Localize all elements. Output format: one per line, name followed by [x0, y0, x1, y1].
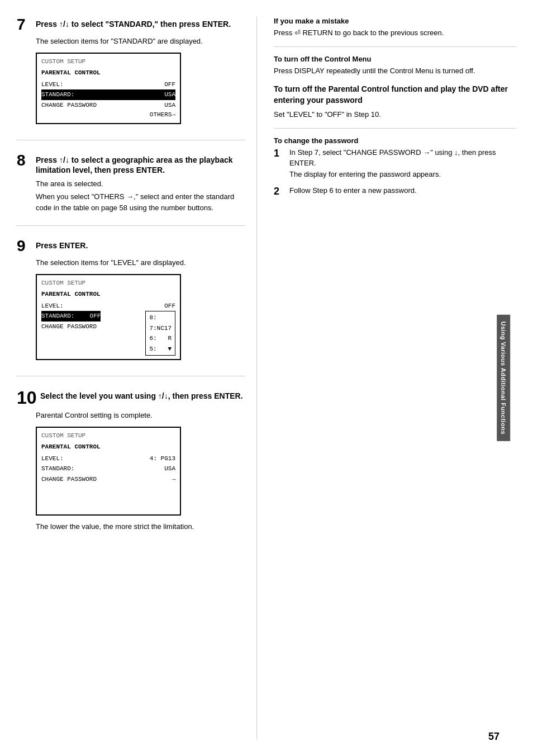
- step-7-block: 7 Press ↑/↓ to select "STANDARD," then p…: [17, 17, 245, 140]
- step-7-screen: CUSTOM SETUP PARENTAL CONTROL LEVEL: OFF…: [36, 53, 181, 124]
- step-8-block: 8 Press ↑/↓ to select a geographic area …: [17, 153, 245, 226]
- step-8-title: Press ↑/↓ to select a geographic area as…: [36, 155, 245, 175]
- step-10-screen-spacer: [41, 484, 175, 511]
- step-8-body: The area is selected. When you select "O…: [36, 178, 245, 214]
- step-7-others: OTHERS→: [41, 110, 175, 120]
- step-9-header: 9 Press ENTER.: [17, 238, 245, 254]
- step-9-row-1: STANDARD: OFF: [41, 311, 101, 322]
- step-10-screen-section: CUSTOM SETUP: [41, 431, 175, 441]
- step-10-screen-label: PARENTAL CONTROL: [41, 442, 175, 452]
- step-10-row-1: STANDARD: USA: [41, 464, 175, 474]
- step-7-others-text: OTHERS→: [150, 110, 175, 120]
- section-turn-off-control-body: Press DISPLAY repeatedly until the Contr…: [274, 65, 516, 77]
- step-10-row-0-left: LEVEL:: [41, 454, 64, 464]
- step-9-submenu-label-3: 5:: [149, 344, 156, 354]
- step-9-submenu-label-2: 6:: [149, 334, 156, 343]
- sub-step-1-number: 1: [274, 147, 286, 160]
- step-10-footer: The lower the value, the more strict the…: [36, 521, 245, 532]
- step-9-row-0-left: LEVEL:: [41, 301, 64, 311]
- sub-step-1: 1 In Step 7, select "CHANGE PASSWORD →" …: [274, 147, 516, 180]
- step-7-row-0-left: LEVEL:: [41, 80, 64, 89]
- step-9-submenu-value-3: ▼: [168, 344, 172, 354]
- step-9-submenu-label-0: 8:: [149, 313, 156, 323]
- step-9-screen-label: PARENTAL CONTROL: [41, 290, 175, 299]
- step-7-row-2: CHANGE PASSWORD USA: [41, 100, 175, 111]
- section-change-password: To change the password 1 In Step 7, sele…: [274, 136, 516, 199]
- divider-1: [274, 46, 516, 47]
- step-10-body: Parental Control setting is complete. CU…: [36, 410, 245, 532]
- step-9-row-0: LEVEL: OFF: [41, 301, 175, 311]
- section-turn-off-control-title: To turn off the Control Menu: [274, 55, 516, 63]
- step-8-header: 8 Press ↑/↓ to select a geographic area …: [17, 153, 245, 175]
- step-10-row-2-left: CHANGE PASSWORD: [41, 475, 97, 484]
- step-9-number: 9: [17, 238, 32, 254]
- section-turn-off-parental-title: To turn off the Parental Control functio…: [274, 84, 516, 106]
- step-10-header: 10 Select the level you want using ↑/↓, …: [17, 389, 245, 407]
- step-9-row-2-left: CHANGE PASSWORD: [41, 322, 97, 332]
- step-9-submenu-label-1: 7:: [149, 324, 156, 333]
- step-9-submenu-row-2: 6: R: [149, 333, 172, 344]
- step-7-row-1-right: USA: [164, 90, 175, 100]
- step-9-screen-section: CUSTOM SETUP: [41, 278, 175, 288]
- step-7-number: 7: [17, 17, 32, 32]
- section-if-mistake-title: If you make a mistake: [274, 17, 516, 25]
- section-turn-off-control: To turn off the Control Menu Press DISPL…: [274, 55, 516, 77]
- step-10-row-0: LEVEL: 4: PG13: [41, 453, 175, 464]
- step-10-title: Select the level you want using ↑/↓, the…: [40, 391, 243, 401]
- step-9-submenu: 8: 7: NC17 6: R: [145, 311, 175, 356]
- side-tab: Using Various Additional Functions: [497, 315, 510, 441]
- step-9-row-0-right: OFF: [164, 301, 175, 311]
- sub-step-2-number: 2: [274, 185, 286, 198]
- step-7-row-1: STANDARD: USA: [41, 89, 175, 100]
- sub-step-2: 2 Follow Step 6 to enter a new password.: [274, 185, 516, 198]
- step-10-row-1-left: STANDARD:: [41, 464, 74, 474]
- step-9-row-group: STANDARD: OFF CHANGE PASSWORD 8:: [41, 311, 175, 356]
- step-10-block: 10 Select the level you want using ↑/↓, …: [17, 389, 245, 545]
- step-10-row-0-right: 4: PG13: [150, 454, 175, 464]
- step-9-screen: CUSTOM SETUP PARENTAL CONTROL LEVEL: OFF…: [36, 274, 181, 361]
- step-9-submenu-value-1: NC17: [157, 324, 172, 333]
- step-7-row-0: LEVEL: OFF: [41, 79, 175, 90]
- sub-step-1-body: In Step 7, select "CHANGE PASSWORD →" us…: [289, 147, 516, 180]
- step-9-row-2: CHANGE PASSWORD: [41, 322, 101, 332]
- step-10-row-1-right: USA: [164, 464, 175, 474]
- section-turn-off-parental-body: Set "LEVEL" to "OFF" in Step 10.: [274, 109, 516, 120]
- step-9-submenu-value-2: R: [168, 334, 172, 343]
- step-9-submenu-row-0: 8:: [149, 313, 172, 323]
- section-if-mistake-body: Press ⏎ RETURN to go back to the previou…: [274, 27, 516, 39]
- step-9-block: 9 Press ENTER. The selection items for "…: [17, 238, 245, 376]
- section-turn-off-parental: To turn off the Parental Control functio…: [274, 84, 516, 120]
- step-10-number: 10: [17, 389, 38, 407]
- step-10-body-text: Parental Control setting is complete.: [36, 410, 245, 421]
- step-9-row-1-right: OFF: [90, 311, 101, 321]
- step-7-row-2-right: USA: [164, 101, 175, 110]
- step-8-body-text-1: When you select "OTHERS →," select and e…: [36, 191, 245, 213]
- section-change-password-title: To change the password: [274, 136, 516, 145]
- step-8-body-text-0: The area is selected.: [36, 178, 245, 190]
- step-7-header: 7 Press ↑/↓ to select "STANDARD," then p…: [17, 17, 245, 32]
- step-9-title: Press ENTER.: [36, 240, 88, 251]
- step-7-screen-section: CUSTOM SETUP: [41, 57, 175, 67]
- step-10-row-2-right: →: [172, 475, 175, 484]
- left-column: 7 Press ↑/↓ to select "STANDARD," then p…: [17, 17, 257, 739]
- step-10-screen: CUSTOM SETUP PARENTAL CONTROL LEVEL: 4: …: [36, 427, 181, 516]
- step-9-row-1-left: STANDARD:: [41, 311, 74, 321]
- section-if-mistake: If you make a mistake Press ⏎ RETURN to …: [274, 17, 516, 39]
- sub-step-2-body: Follow Step 6 to enter a new password.: [289, 185, 417, 196]
- step-7-body: The selection items for "STANDARD" are d…: [36, 36, 245, 124]
- step-7-title: Press ↑/↓ to select "STANDARD," then pre…: [36, 19, 231, 29]
- step-8-number: 8: [17, 153, 32, 168]
- step-9-submenu-row-1: 7: NC17: [149, 323, 172, 334]
- step-7-body-text: The selection items for "STANDARD" are d…: [36, 36, 245, 47]
- page-number: 57: [488, 731, 499, 743]
- step-9-body: The selection items for "LEVEL" are disp…: [36, 257, 245, 360]
- divider-2: [274, 128, 516, 129]
- step-7-row-1-left: STANDARD:: [41, 90, 74, 100]
- right-column: If you make a mistake Press ⏎ RETURN to …: [257, 17, 533, 739]
- step-9-rows-left: STANDARD: OFF CHANGE PASSWORD: [41, 311, 101, 332]
- step-7-row-2-left: CHANGE PASSWORD: [41, 101, 97, 110]
- step-10-row-2: CHANGE PASSWORD →: [41, 474, 175, 485]
- step-7-screen-label: PARENTAL CONTROL: [41, 68, 175, 78]
- step-9-submenu-row-3: 5: ▼: [149, 344, 172, 355]
- step-9-body-text: The selection items for "LEVEL" are disp…: [36, 257, 245, 268]
